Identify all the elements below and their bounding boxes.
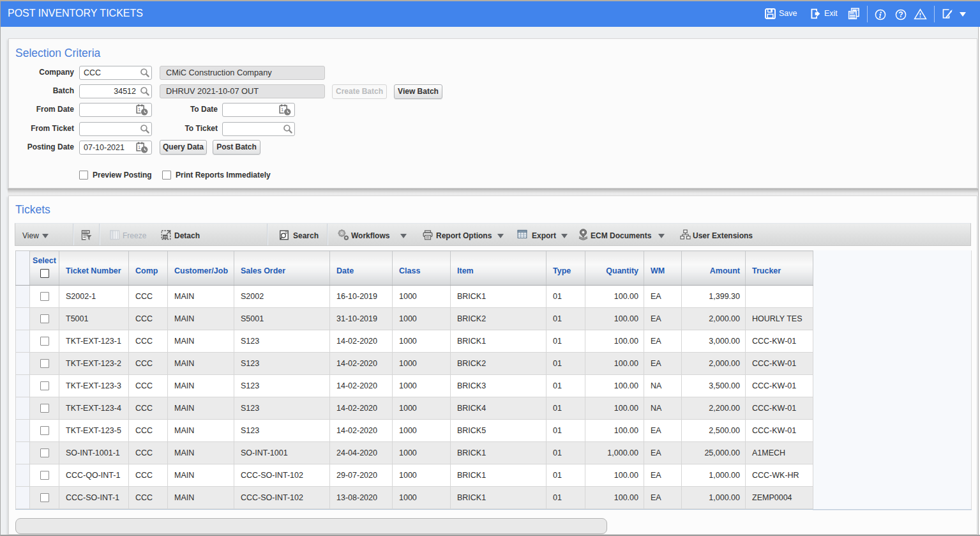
svg-text:?: ? [898, 10, 903, 19]
